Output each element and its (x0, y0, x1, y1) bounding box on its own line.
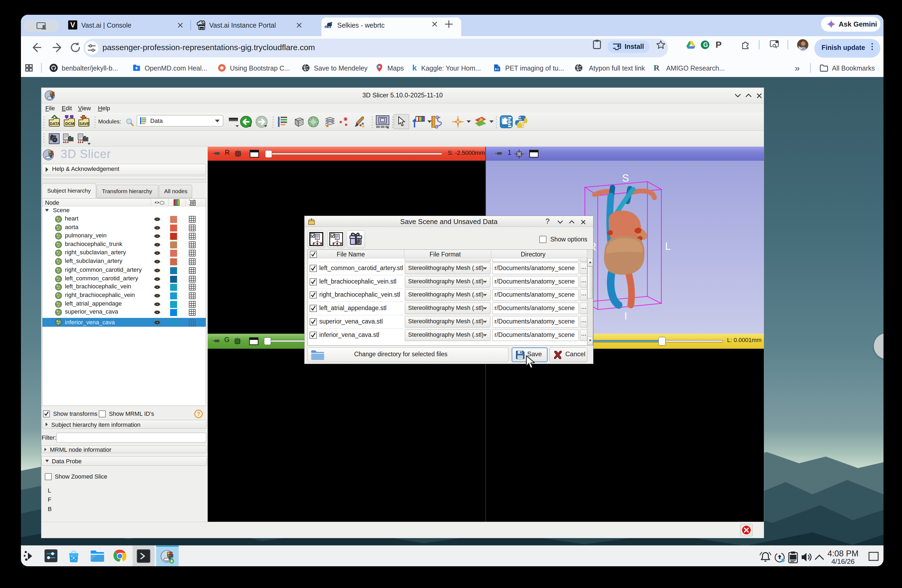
svg-text:DCM: DCM (65, 122, 74, 126)
svg-text:L: L (665, 241, 671, 252)
svg-text:k: k (412, 64, 417, 72)
svg-text:DATA: DATA (50, 122, 60, 126)
svg-text:S: S (622, 172, 629, 184)
svg-text:?: ? (197, 411, 200, 417)
svg-text:SAVE: SAVE (79, 122, 89, 126)
svg-text:I: I (624, 310, 627, 322)
svg-text:R: R (653, 64, 659, 72)
